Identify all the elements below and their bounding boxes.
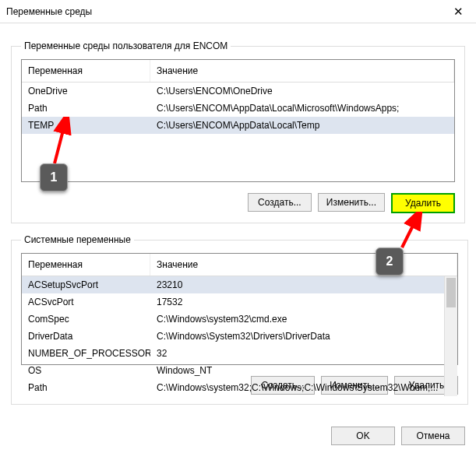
table-row[interactable]: TEMPC:\Users\ENCOM\AppData\Local\Temp bbox=[22, 117, 454, 134]
user-edit-button[interactable]: Изменить... bbox=[318, 193, 385, 212]
annotation-badge-2: 2 bbox=[376, 248, 404, 276]
cell-name: TEMP bbox=[22, 118, 150, 132]
col-header-value[interactable]: Значение bbox=[150, 254, 457, 276]
cell-value: C:\Windows\System32\Drivers\DriverData bbox=[150, 329, 444, 343]
table-row[interactable]: ACSvcPort17532 bbox=[22, 293, 444, 311]
scrollbar-thumb[interactable] bbox=[446, 278, 456, 307]
user-vars-legend: Переменные среды пользователя для ENCOM bbox=[21, 40, 231, 51]
table-row[interactable]: ACSetupSvcPort23210 bbox=[22, 276, 444, 293]
cell-value: C:\Users\ENCOM\AppData\Local\Microsoft\W… bbox=[150, 101, 454, 115]
col-header-value[interactable]: Значение bbox=[150, 60, 454, 82]
table-row[interactable]: OSWindows_NT bbox=[22, 362, 444, 379]
cell-value: C:\Windows\system32;C:\Windows;C:\Window… bbox=[150, 381, 444, 395]
table-row[interactable]: DriverDataC:\Windows\System32\Drivers\Dr… bbox=[22, 328, 444, 345]
table-row[interactable]: PathC:\Windows\system32;C:\Windows;C:\Wi… bbox=[22, 379, 444, 396]
window-title: Переменные среды bbox=[6, 6, 92, 17]
cell-name: NUMBER_OF_PROCESSORS bbox=[22, 346, 150, 360]
cell-value: 17532 bbox=[150, 295, 444, 309]
user-vars-rows: OneDriveC:\Users\ENCOM\OneDrivePathC:\Us… bbox=[22, 83, 454, 134]
cell-value: C:\Windows\system32\cmd.exe bbox=[150, 312, 444, 326]
ok-button[interactable]: OK bbox=[331, 427, 395, 445]
annotation-badge-1: 1 bbox=[40, 163, 68, 191]
cell-value: C:\Users\ENCOM\AppData\Local\Temp bbox=[150, 118, 454, 132]
cancel-button[interactable]: Отмена bbox=[401, 427, 465, 445]
cell-name: Path bbox=[22, 381, 150, 395]
user-new-button[interactable]: Создать... bbox=[248, 193, 312, 212]
cell-value: 23210 bbox=[150, 278, 444, 292]
cell-value: 32 bbox=[150, 346, 444, 360]
cell-value: C:\Users\ENCOM\OneDrive bbox=[150, 84, 454, 98]
cell-value: Windows_NT bbox=[150, 363, 444, 378]
cell-name: ComSpec bbox=[22, 312, 150, 326]
user-vars-group: Переменные среды пользователя для ENCOM … bbox=[11, 40, 465, 223]
system-vars-legend: Системные переменные bbox=[21, 234, 134, 245]
cell-name: ACSvcPort bbox=[22, 295, 150, 309]
close-button[interactable]: ✕ bbox=[441, 0, 476, 23]
scrollbar[interactable] bbox=[444, 276, 457, 396]
cell-name: ACSetupSvcPort bbox=[22, 278, 150, 292]
table-row[interactable]: ComSpecC:\Windows\system32\cmd.exe bbox=[22, 311, 444, 328]
user-buttons: Создать... Изменить... Удалить bbox=[21, 193, 455, 213]
close-icon: ✕ bbox=[453, 5, 464, 19]
user-delete-button[interactable]: Удалить bbox=[391, 193, 455, 213]
col-header-name[interactable]: Переменная bbox=[22, 60, 150, 82]
table-row[interactable]: OneDriveC:\Users\ENCOM\OneDrive bbox=[22, 83, 454, 100]
cell-name: OneDrive bbox=[22, 84, 150, 98]
col-header-name[interactable]: Переменная bbox=[22, 254, 150, 276]
table-header: Переменная Значение bbox=[22, 60, 454, 83]
cell-name: OS bbox=[22, 363, 150, 378]
table-row[interactable]: NUMBER_OF_PROCESSORS32 bbox=[22, 345, 444, 362]
system-vars-rows: ACSetupSvcPort23210ACSvcPort17532ComSpec… bbox=[22, 276, 444, 396]
table-row[interactable]: PathC:\Users\ENCOM\AppData\Local\Microso… bbox=[22, 100, 454, 117]
titlebar: Переменные среды ✕ bbox=[0, 0, 476, 23]
dialog-content: Переменные среды пользователя для ENCOM … bbox=[0, 23, 476, 422]
dialog-buttons: OK Отмена bbox=[0, 422, 476, 453]
user-vars-table[interactable]: Переменная Значение OneDriveC:\Users\ENC… bbox=[21, 59, 455, 182]
cell-name: Path bbox=[22, 101, 150, 115]
cell-name: DriverData bbox=[22, 329, 150, 343]
